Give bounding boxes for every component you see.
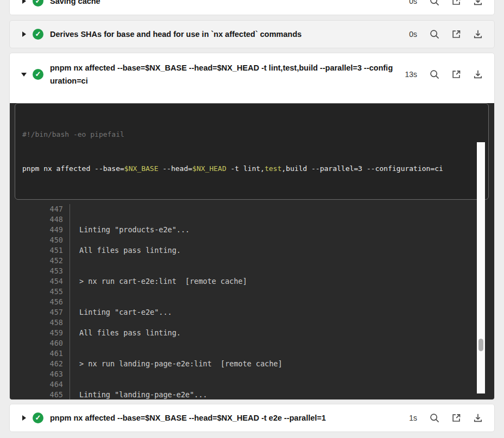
log-line-text	[70, 204, 494, 214]
log-line-number: 450	[10, 235, 63, 245]
log-line-number: 463	[10, 369, 63, 379]
build-steps-page: ✓ Saving cache 0s ✓ Derives SHAs	[0, 0, 504, 438]
log-line-text	[70, 287, 494, 297]
log-line: 448	[10, 214, 494, 225]
download-icon[interactable]	[472, 412, 483, 423]
log-list: 447 448 449 Linting "products-e2e"... 45…	[10, 204, 494, 400]
log-line-text	[70, 266, 494, 276]
log-line: 461	[10, 348, 494, 359]
step-title: pnpm nx affected --base=$NX_BASE --head=…	[50, 61, 401, 87]
chevron-right-icon[interactable]	[21, 415, 27, 421]
log-line-text	[70, 379, 494, 390]
step-row-nx-affected-lint-test-build[interactable]: ✓ pnpm nx affected --base=$NX_BASE --hea…	[10, 53, 494, 96]
log-line-number: 448	[10, 214, 63, 225]
log-line: 455	[10, 287, 494, 297]
log-line: 450	[10, 235, 494, 245]
search-icon[interactable]	[429, 0, 440, 7]
step-duration: 0s	[401, 30, 417, 39]
success-check-icon: ✓	[33, 0, 43, 7]
log-line: 449 Linting "products-e2e"...	[10, 225, 494, 235]
log-line-text	[70, 348, 494, 359]
log-line-number: 461	[10, 348, 63, 359]
log-line: 458	[10, 318, 494, 328]
log-line: 451 All files pass linting.	[10, 245, 494, 256]
step-actions	[429, 29, 483, 40]
open-in-new-icon[interactable]	[451, 29, 462, 40]
log-line-number: 449	[10, 225, 63, 235]
step-row-nx-affected-e2e[interactable]: ✓ pnpm nx affected --base=$NX_BASE --hea…	[10, 404, 494, 431]
log-line-text: Linting "cart-e2e"...	[70, 307, 494, 318]
open-in-new-icon[interactable]	[451, 412, 462, 423]
log-line-number: 458	[10, 318, 63, 328]
search-icon[interactable]	[429, 412, 440, 423]
step-row-saving-cache[interactable]: ✓ Saving cache 0s	[10, 0, 494, 15]
step-actions	[429, 69, 483, 80]
download-icon[interactable]	[472, 0, 483, 7]
log-line: 465 Linting "landing-page-e2e"...	[10, 390, 494, 400]
step-card-nx-affected-e2e: ✓ pnpm nx affected --base=$NX_BASE --hea…	[9, 404, 495, 432]
log-line-number: 456	[10, 297, 63, 307]
log-line-text	[70, 369, 494, 379]
log-line-number: 453	[10, 266, 63, 276]
chevron-down-icon[interactable]	[21, 72, 27, 77]
open-in-new-icon[interactable]	[451, 0, 462, 7]
log-line-number: 454	[10, 276, 63, 287]
log-line-number: 452	[10, 256, 63, 266]
log-scrollbar-thumb[interactable]	[478, 339, 483, 351]
step-title: Derives SHAs for base and head for use i…	[50, 28, 401, 41]
step-title: pnpm nx affected --base=$NX_BASE --head=…	[50, 411, 401, 424]
log-line: 447	[10, 204, 494, 214]
command-line: pnpm nx affected --base=$NX_BASE --head=…	[22, 163, 481, 174]
chevron-right-icon[interactable]	[21, 0, 27, 4]
step-card-nx-affected-lint-test-build: ✓ pnpm nx affected --base=$NX_BASE --hea…	[9, 53, 495, 400]
log-line-text	[70, 318, 494, 328]
log-line-text	[70, 297, 494, 307]
log-line-number: 447	[10, 204, 63, 214]
log-line-text: > nx run cart-e2e:lint [remote cache]	[70, 276, 494, 287]
step-actions	[429, 412, 483, 423]
log-line-text: > nx run landing-page-e2e:lint [remote c…	[70, 359, 494, 369]
chevron-right-icon[interactable]	[21, 31, 27, 37]
log-line-text	[70, 338, 494, 348]
log-line-text	[70, 256, 494, 266]
log-line: 459 All files pass linting.	[10, 328, 494, 338]
log-line-text: All files pass linting.	[70, 328, 494, 338]
success-check-icon: ✓	[33, 412, 43, 423]
log-line-text	[70, 235, 494, 245]
log-line: 460	[10, 338, 494, 348]
step-duration: 0s	[401, 0, 417, 5]
log-line-number: 451	[10, 245, 63, 256]
log-line: 454 > nx run cart-e2e:lint [remote cache…	[10, 276, 494, 287]
success-check-icon: ✓	[33, 29, 43, 40]
log-line: 456	[10, 297, 494, 307]
log-line-number: 462	[10, 359, 63, 369]
step-card-derive-shas: ✓ Derives SHAs for base and head for use…	[9, 20, 495, 48]
log-line-number: 465	[10, 390, 63, 400]
search-icon[interactable]	[429, 29, 440, 40]
log-line: 464	[10, 379, 494, 390]
log-line-number: 457	[10, 307, 63, 318]
log-line: 453	[10, 266, 494, 276]
open-in-new-icon[interactable]	[451, 69, 462, 80]
search-icon[interactable]	[429, 69, 440, 80]
log-line-number: 455	[10, 287, 63, 297]
log-line-text: Linting "landing-page-e2e"...	[70, 390, 494, 400]
log-line: 452	[10, 256, 494, 266]
log-line-number: 464	[10, 379, 63, 390]
log-line: 462 > nx run landing-page-e2e:lint [remo…	[10, 359, 494, 369]
console-output: #!/bin/bash -eo pipefail pnpm nx affecte…	[10, 103, 494, 399]
log-line-number: 460	[10, 338, 63, 348]
step-title: Saving cache	[50, 0, 401, 8]
step-duration: 13s	[401, 70, 417, 79]
step-duration: 1s	[401, 414, 417, 422]
step-card-saving-cache: ✓ Saving cache 0s	[9, 0, 495, 15]
step-row-derive-shas[interactable]: ✓ Derives SHAs for base and head for use…	[10, 21, 494, 48]
log-scrollbar-track[interactable]	[477, 142, 485, 393]
success-check-icon: ✓	[33, 69, 43, 80]
shebang-line: #!/bin/bash -eo pipefail	[22, 129, 481, 140]
download-icon[interactable]	[472, 29, 483, 40]
command-box: #!/bin/bash -eo pipefail pnpm nx affecte…	[15, 103, 489, 200]
download-icon[interactable]	[472, 69, 483, 80]
log-line-number: 459	[10, 328, 63, 338]
log-line-text: Linting "products-e2e"...	[70, 225, 494, 235]
